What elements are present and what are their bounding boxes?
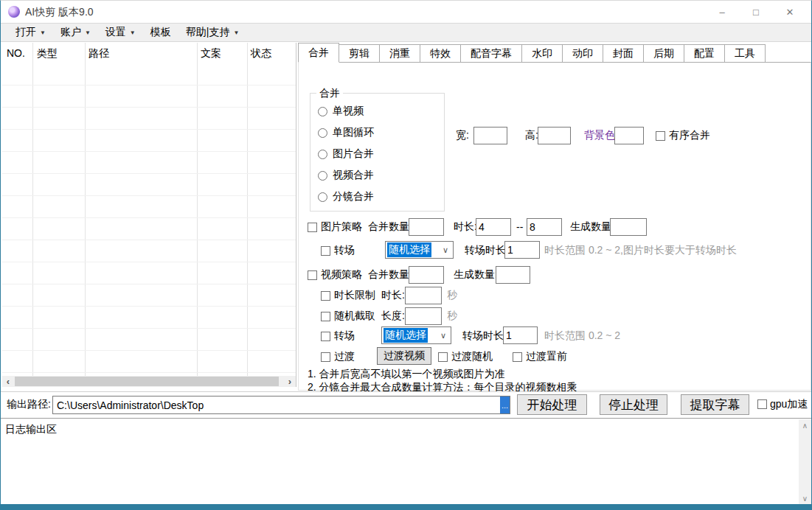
tab-config[interactable]: 配置 [684, 44, 725, 63]
tab-watermark[interactable]: 水印 [522, 44, 563, 63]
tab-cover[interactable]: 封面 [603, 44, 644, 63]
log-output-area: 日志输出区 ∧ ∨ [1, 418, 811, 504]
close-button[interactable]: ✕ [773, 1, 807, 23]
radio-label: 单视频 [333, 105, 364, 118]
random-cut-label: 随机截取 [334, 307, 375, 326]
random-cut-input[interactable] [405, 307, 442, 325]
stop-processing-button[interactable]: 停止处理 [600, 394, 667, 415]
tab-tools[interactable]: 工具 [725, 44, 766, 63]
menu-help-label: 帮助|支持 [186, 26, 230, 39]
menu-account[interactable]: 账户 ▼ [53, 24, 98, 41]
merge-mode-group: 合并 单视频 单图循环 图片合并 视频合并 [310, 93, 445, 212]
scrollbar-thumb[interactable] [15, 377, 279, 386]
tab-post[interactable]: 后期 [644, 44, 684, 63]
select-value: 随机选择 [387, 242, 431, 257]
radio-storyboard-merge[interactable]: 分镜合并 [318, 190, 374, 203]
tab-motion-watermark[interactable]: 动印 [563, 44, 603, 63]
image-transition-duration-input[interactable] [504, 241, 540, 259]
image-strategy-label: 图片策略 [321, 217, 362, 237]
radio-image-merge[interactable]: 图片合并 [318, 147, 374, 161]
col-type[interactable]: 类型 [37, 47, 58, 60]
output-path-input[interactable] [52, 396, 510, 414]
scroll-up-icon[interactable]: ∧ [799, 419, 811, 431]
menu-template[interactable]: 模板 [143, 24, 178, 41]
video-gen-count-input[interactable] [496, 266, 530, 284]
video-transition-select[interactable]: 随机选择 ∨ [381, 326, 451, 344]
background-color-input[interactable] [614, 127, 644, 144]
image-transition-select[interactable]: 随机选择 ∨ [385, 241, 454, 259]
radio-label: 图片合并 [333, 147, 374, 161]
width-input[interactable] [473, 127, 507, 144]
video-transition-checkbox[interactable] [321, 332, 330, 341]
chevron-down-icon: ▼ [40, 29, 46, 36]
video-merge-count-input[interactable] [409, 266, 444, 284]
menu-bar: 打开 ▼ 账户 ▼ 设置 ▼ 模板 帮助|支持 ▼ [1, 23, 811, 42]
col-path[interactable]: 路径 [89, 47, 109, 60]
duration-limit-label: 时长限制 [334, 286, 375, 305]
col-no[interactable]: NO. [7, 47, 25, 59]
duration-limit-checkbox[interactable] [321, 291, 330, 301]
radio-icon[interactable] [318, 192, 327, 202]
crossfade-video-button[interactable]: 过渡视频 [377, 347, 431, 365]
table-body-empty [2, 63, 296, 376]
background-color-label: 背景色: [584, 126, 618, 145]
window-controls: – □ ✕ [705, 1, 807, 23]
image-duration-label: 时长: [454, 217, 477, 237]
height-input[interactable] [538, 127, 571, 144]
scroll-right-icon[interactable]: › [284, 376, 296, 387]
log-area-label: 日志输出区 [5, 423, 57, 436]
bottom-bar: 输出路径: ... 开始处理 停止处理 提取字幕 gpu加速 [1, 391, 811, 418]
tab-dedupe[interactable]: 消重 [380, 44, 420, 63]
tab-edit[interactable]: 剪辑 [339, 44, 380, 63]
image-gen-count-input[interactable] [610, 218, 647, 236]
radio-single-video[interactable]: 单视频 [318, 105, 364, 118]
minimize-button[interactable]: – [705, 1, 739, 23]
image-transition-checkbox[interactable] [321, 246, 330, 256]
output-path-label: 输出路径: [7, 395, 51, 414]
image-merge-count-input[interactable] [409, 218, 444, 236]
browse-button[interactable]: ... [500, 397, 510, 413]
image-duration-min-input[interactable] [476, 218, 511, 236]
menu-settings[interactable]: 设置 ▼ [98, 24, 143, 41]
crossfade-front-checkbox[interactable] [513, 352, 522, 362]
random-cut-checkbox[interactable] [321, 312, 330, 321]
radio-single-image-loop[interactable]: 单图循环 [318, 126, 374, 139]
menu-settings-label: 设置 [105, 26, 126, 39]
merge-tab-content: 合并 单视频 单图循环 图片合并 视频合并 [298, 62, 811, 391]
video-merge-count-label: 合并数量: [368, 265, 412, 284]
maximize-button[interactable]: □ [739, 1, 773, 23]
col-script[interactable]: 文案 [201, 47, 221, 60]
tab-dub-subtitle[interactable]: 配音字幕 [461, 44, 522, 63]
crossfade-checkbox[interactable] [321, 352, 330, 362]
menu-template-label: 模板 [150, 26, 171, 39]
radio-icon[interactable] [318, 150, 327, 159]
video-strategy-checkbox[interactable] [308, 270, 317, 280]
tab-effects[interactable]: 特效 [420, 44, 461, 63]
table-horizontal-scrollbar[interactable]: ‹ › [2, 376, 296, 387]
crossfade-random-checkbox[interactable] [438, 352, 448, 362]
scroll-left-icon[interactable]: ‹ [2, 376, 14, 387]
menu-open[interactable]: 打开 ▼ [8, 24, 53, 41]
title-bar: AI快剪 版本9.0 – □ ✕ [1, 1, 811, 23]
radio-video-merge[interactable]: 视频合并 [318, 169, 374, 182]
tab-merge[interactable]: 合并 [298, 43, 339, 63]
menu-help[interactable]: 帮助|支持 ▼ [178, 24, 247, 41]
ordered-merge-checkbox[interactable] [656, 131, 665, 141]
window-title: AI快剪 版本9.0 [25, 6, 94, 19]
radio-icon[interactable] [318, 107, 327, 116]
image-strategy-checkbox[interactable] [308, 223, 317, 232]
duration-limit-input[interactable] [405, 287, 442, 304]
scroll-down-icon[interactable]: ∨ [799, 492, 811, 504]
radio-icon[interactable] [318, 171, 327, 181]
radio-label: 分镜合并 [333, 190, 374, 203]
gpu-accel-checkbox[interactable] [757, 399, 767, 409]
image-duration-max-input[interactable] [527, 218, 562, 236]
start-processing-button[interactable]: 开始处理 [517, 394, 587, 415]
radio-label: 视频合并 [333, 169, 374, 182]
extract-subtitle-button[interactable]: 提取字幕 [681, 394, 749, 415]
video-transition-duration-input[interactable] [503, 326, 538, 344]
radio-icon[interactable] [318, 128, 327, 138]
col-status[interactable]: 状态 [251, 47, 271, 60]
image-transition-hint: 时长范围 0.2 ~ 2,图片时长要大于转场时长 [544, 241, 737, 260]
log-vertical-scrollbar[interactable]: ∧ ∨ [799, 419, 811, 504]
